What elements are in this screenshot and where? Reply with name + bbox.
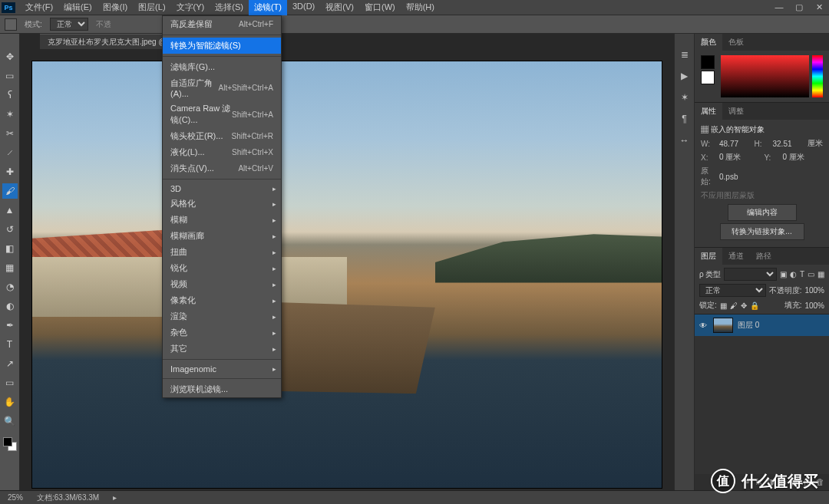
layer-name[interactable]: 图层 0 — [738, 320, 759, 331]
filter-item[interactable]: 滤镜库(G)... — [163, 59, 281, 75]
tab-layers[interactable]: 图层 — [695, 248, 722, 265]
text-tool[interactable]: T — [2, 337, 18, 352]
history-brush-tool[interactable]: ↺ — [2, 222, 18, 237]
history-panel-icon[interactable]: ≣ — [678, 48, 692, 61]
lock-all-icon[interactable]: 🔒 — [750, 301, 759, 310]
dodge-tool[interactable]: ◐ — [2, 298, 18, 314]
filter-item[interactable]: 浏览联机滤镜... — [163, 381, 281, 397]
menu-窗口[interactable]: 窗口(W) — [359, 0, 401, 15]
filter-item[interactable]: 3D — [163, 182, 281, 196]
brush-tool[interactable]: 🖌 — [2, 183, 18, 199]
filter-smart-icon[interactable]: ▦ — [817, 270, 824, 278]
shape-tool[interactable]: ▭ — [2, 375, 18, 390]
heal-tool[interactable]: ✚ — [2, 164, 18, 180]
filter-item[interactable]: 风格化 — [163, 196, 281, 212]
filter-text-icon[interactable]: T — [800, 270, 804, 278]
layer-kind-select[interactable] — [724, 268, 776, 281]
layer-row[interactable]: 👁 图层 0 — [695, 315, 829, 336]
lasso-tool[interactable]: ʕ — [2, 87, 18, 103]
lock-trans-icon[interactable]: ▦ — [720, 301, 727, 310]
tool-preset-swatch[interactable] — [5, 18, 17, 31]
actions-panel-icon[interactable]: ▶ — [678, 69, 692, 83]
filter-adjust-icon[interactable]: ◐ — [790, 270, 797, 278]
tab-swatches[interactable]: 色板 — [722, 34, 750, 51]
lock-pos-icon[interactable]: ✥ — [741, 301, 747, 310]
filter-item[interactable]: 渲染 — [163, 308, 281, 324]
restore-button[interactable]: ▢ — [789, 1, 809, 14]
close-button[interactable]: ✕ — [809, 1, 829, 14]
chevron-right-icon[interactable]: ▸ — [113, 493, 117, 502]
move-tool[interactable]: ✥ — [2, 49, 18, 64]
marquee-tool[interactable]: ▭ — [2, 68, 18, 84]
eyedropper-tool[interactable]: ⟋ — [2, 145, 18, 160]
y-value[interactable]: 0 厘米 — [783, 152, 824, 163]
eraser-tool[interactable]: ◧ — [2, 241, 18, 256]
filter-item[interactable]: 镜头校正(R)...Shift+Ctrl+R — [163, 128, 281, 144]
layer-opacity-value[interactable]: 100% — [804, 286, 824, 295]
background-color-swatch[interactable] — [701, 71, 715, 84]
menu-编辑[interactable]: 编辑(E) — [58, 0, 97, 15]
filter-item[interactable]: Camera Raw 滤镜(C)...Shift+Ctrl+A — [163, 100, 281, 128]
menu-图像[interactable]: 图像(I) — [97, 0, 133, 15]
color-picker[interactable] — [695, 51, 829, 103]
filter-item[interactable]: 杂色 — [163, 324, 281, 341]
menu-视图[interactable]: 视图(V) — [320, 0, 359, 15]
menu-帮助[interactable]: 帮助(H) — [401, 0, 440, 15]
hand-tool[interactable]: ✋ — [2, 394, 18, 410]
tab-properties[interactable]: 属性 — [695, 103, 722, 120]
menu-文件[interactable]: 文件(F) — [20, 0, 58, 15]
filter-item[interactable]: 模糊画廊 — [163, 228, 281, 244]
filter-item[interactable]: 视频 — [163, 276, 281, 292]
x-value[interactable]: 0 厘米 — [719, 152, 760, 163]
stamp-tool[interactable]: ▲ — [2, 203, 18, 218]
lock-paint-icon[interactable]: 🖌 — [730, 301, 738, 310]
convert-to-linked-button[interactable]: 转换为链接对象... — [720, 223, 804, 240]
paragraph-panel-icon[interactable]: ↔ — [678, 133, 692, 147]
filter-item[interactable]: 液化(L)...Shift+Ctrl+X — [163, 144, 281, 160]
layer-fill-value[interactable]: 100% — [804, 301, 824, 310]
menu-滤镜[interactable]: 滤镜(T) — [249, 0, 287, 15]
width-value[interactable]: 48.77 — [719, 140, 750, 148]
menu-3d[interactable]: 3D(D) — [287, 0, 320, 15]
layer-blend-select[interactable]: 正常 — [699, 284, 766, 297]
tab-adjustments[interactable]: 调整 — [722, 103, 750, 120]
gradient-tool[interactable]: ▦ — [2, 260, 18, 275]
filter-item[interactable]: 锐化 — [163, 260, 281, 276]
zoom-level[interactable]: 25% — [8, 493, 23, 502]
filter-item[interactable]: 扭曲 — [163, 244, 281, 260]
pen-tool[interactable]: ✒ — [2, 318, 18, 333]
filter-item[interactable]: 消失点(V)...Alt+Ctrl+V — [163, 160, 281, 176]
filter-item[interactable]: 其它 — [163, 341, 281, 357]
filter-shape-icon[interactable]: ▭ — [808, 270, 814, 278]
path-tool[interactable]: ↗ — [2, 356, 18, 371]
character-panel-icon[interactable]: ¶ — [678, 112, 692, 126]
tab-paths[interactable]: 路径 — [750, 248, 778, 265]
filter-item[interactable]: 自适应广角(A)...Alt+Shift+Ctrl+A — [163, 75, 281, 100]
wand-tool[interactable]: ✶ — [2, 107, 18, 122]
minimize-button[interactable]: — — [769, 1, 789, 14]
layer-thumbnail[interactable] — [713, 318, 733, 333]
height-value[interactable]: 32.51 — [773, 140, 804, 148]
blend-mode-select[interactable]: 正常 — [50, 18, 88, 31]
filter-item[interactable]: 高反差保留Alt+Ctrl+F — [163, 16, 281, 32]
filter-item[interactable]: 转换为智能滤镜(S) — [163, 38, 281, 54]
visibility-toggle-icon[interactable]: 👁 — [699, 321, 708, 330]
blur-tool[interactable]: ◔ — [2, 279, 18, 295]
tab-color[interactable]: 颜色 — [695, 34, 722, 51]
menu-选择[interactable]: 选择(S) — [210, 0, 249, 15]
crop-tool[interactable]: ✂ — [2, 126, 18, 141]
zoom-tool[interactable]: 🔍 — [2, 413, 18, 429]
menu-图层[interactable]: 图层(L) — [133, 0, 170, 15]
filter-item[interactable]: 模糊 — [163, 212, 281, 228]
canvas-area[interactable] — [20, 49, 674, 490]
foreground-color-swatch[interactable] — [701, 55, 715, 69]
filter-item[interactable]: 像素化 — [163, 292, 281, 308]
edit-contents-button[interactable]: 编辑内容 — [728, 204, 797, 221]
hue-slider[interactable] — [812, 55, 823, 97]
tab-channels[interactable]: 通道 — [722, 248, 750, 265]
filter-item[interactable]: Imagenomic — [163, 362, 281, 376]
menu-文字[interactable]: 文字(Y) — [171, 0, 210, 15]
filter-image-icon[interactable]: ▣ — [780, 270, 787, 278]
brushes-panel-icon[interactable]: ✶ — [678, 91, 692, 104]
color-field[interactable] — [721, 55, 809, 97]
